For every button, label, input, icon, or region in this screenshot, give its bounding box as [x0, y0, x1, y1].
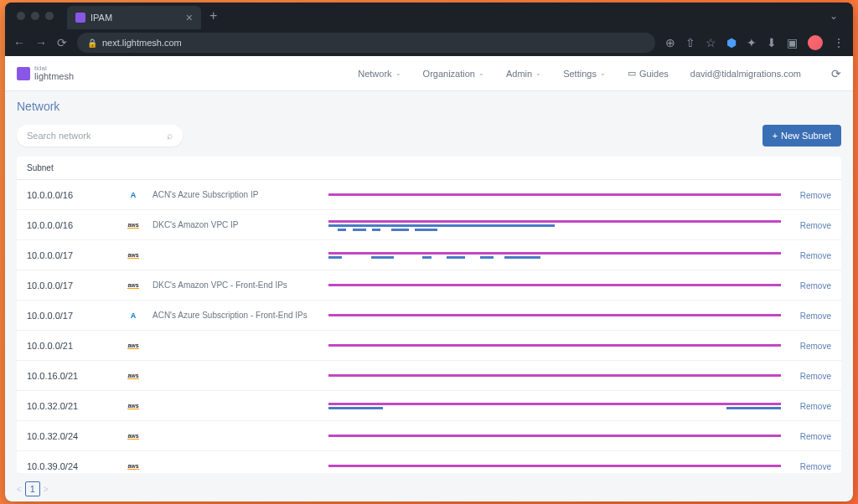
logo-icon	[17, 67, 30, 80]
browser-address-bar: ← → ⟳ 🔒 next.lightmesh.com ⊕ ⇧ ☆ ⬢ ✦ ⬇ ▣…	[5, 29, 853, 56]
subnet-cidr: 10.0.16.0/21	[27, 371, 127, 381]
remove-link[interactable]: Remove	[800, 372, 831, 381]
subnet-utilization-viz	[328, 280, 781, 290]
panel-icon[interactable]: ▣	[787, 36, 798, 49]
nav-network[interactable]: Network⌄	[358, 69, 401, 79]
reload-button[interactable]: ⟳	[57, 36, 67, 49]
new-tab-button[interactable]: +	[209, 8, 217, 23]
zoom-icon[interactable]: ⊕	[665, 36, 675, 49]
provider-cell: aws	[127, 460, 152, 472]
aws-icon: aws	[127, 400, 139, 412]
tab-close-icon[interactable]: ×	[186, 11, 193, 24]
share-icon[interactable]: ⇧	[685, 36, 695, 49]
app-logo[interactable]: tidal lightmesh	[17, 65, 74, 81]
table-row[interactable]: 10.0.0.0/16AACN's Azure Subscription IPR…	[17, 180, 841, 210]
remove-link[interactable]: Remove	[800, 402, 831, 411]
table-row[interactable]: 10.0.0.0/16awsDKC's Amazon VPC IPRemove	[17, 210, 841, 240]
mac-close-icon[interactable]	[17, 12, 25, 20]
page-next-button[interactable]: >	[44, 485, 49, 494]
table-row[interactable]: 10.0.0.0/21awsRemove	[17, 331, 841, 361]
browser-extension-icons: ⊕ ⇧ ☆ ⬢ ✦ ⬇ ▣ ⋮	[665, 35, 845, 50]
page-number-button[interactable]: 1	[25, 481, 40, 496]
aws-icon: aws	[127, 430, 139, 442]
nav-guides[interactable]: ▭Guides	[628, 68, 669, 79]
subnet-utilization-viz	[328, 190, 781, 199]
azure-icon: A	[127, 310, 139, 321]
remove-link[interactable]: Remove	[800, 191, 831, 200]
search-box[interactable]: ⌕	[17, 125, 183, 147]
remove-link[interactable]: Remove	[800, 251, 831, 260]
bookmark-icon[interactable]: ☆	[706, 36, 716, 49]
remove-link[interactable]: Remove	[800, 311, 831, 321]
subnet-utilization-viz	[328, 461, 781, 471]
nav-organization[interactable]: Organization⌄	[423, 69, 484, 79]
table-header-row: Subnet	[17, 157, 841, 180]
table-row[interactable]: 10.0.0.0/17AACN's Azure Subscription - F…	[17, 301, 841, 331]
subnet-utilization-viz	[328, 249, 781, 261]
mac-maximize-icon[interactable]	[45, 12, 54, 20]
subnet-cidr: 10.0.32.0/21	[27, 401, 127, 411]
url-input[interactable]: 🔒 next.lightmesh.com	[77, 33, 655, 53]
table-row[interactable]: 10.0.32.0/24awsRemove	[17, 421, 841, 451]
chevron-down-icon: ⌄	[395, 69, 401, 77]
app-header: tidal lightmesh Network⌄ Organization⌄ A…	[5, 56, 853, 91]
provider-cell: aws	[127, 219, 152, 231]
aws-icon: aws	[127, 370, 139, 382]
subnet-description: ACN's Azure Subscription IP	[152, 190, 328, 199]
menu-icon[interactable]: ⋮	[833, 36, 845, 49]
subnet-description: ACN's Azure Subscription - Front-End IPs	[152, 311, 328, 320]
new-subnet-button[interactable]: + New Subnet	[762, 125, 841, 147]
subnet-utilization-viz	[328, 311, 781, 320]
logo-text: tidal lightmesh	[34, 65, 74, 81]
page-prev-button[interactable]: <	[17, 485, 22, 494]
col-header-subnet: Subnet	[27, 163, 127, 172]
table-row[interactable]: 10.0.32.0/21awsRemove	[17, 391, 841, 421]
subnet-description: DKC's Amazon VPC IP	[152, 220, 328, 229]
table-row[interactable]: 10.0.39.0/24awsRemove	[17, 451, 841, 473]
subnet-utilization-viz	[328, 217, 781, 234]
remove-link[interactable]: Remove	[800, 281, 831, 291]
page-title: Network	[5, 91, 853, 116]
app-content: tidal lightmesh Network⌄ Organization⌄ A…	[5, 56, 853, 501]
download-icon[interactable]: ⬇	[767, 36, 777, 49]
profile-avatar-icon[interactable]	[808, 35, 823, 50]
aws-icon: aws	[127, 340, 139, 352]
nav-settings[interactable]: Settings⌄	[563, 69, 606, 79]
aws-icon: aws	[127, 219, 139, 231]
azure-icon: A	[127, 189, 139, 201]
subnet-cidr: 10.0.0.0/17	[27, 280, 127, 291]
window-controls[interactable]	[17, 12, 54, 20]
browser-tab[interactable]: IPAM ×	[67, 6, 201, 29]
aws-icon: aws	[127, 280, 139, 291]
provider-cell: aws	[127, 280, 152, 291]
mac-minimize-icon[interactable]	[31, 12, 39, 20]
table-row[interactable]: 10.0.0.0/17awsDKC's Amazon VPC - Front-E…	[17, 270, 841, 301]
subnet-cidr: 10.0.0.0/17	[27, 311, 127, 321]
nav-user-email[interactable]: david@tidalmigrations.com	[690, 69, 801, 79]
url-text: next.lightmesh.com	[102, 38, 182, 48]
remove-link[interactable]: Remove	[800, 432, 831, 441]
tab-title: IPAM	[90, 13, 112, 23]
nav-admin[interactable]: Admin⌄	[506, 69, 541, 79]
search-icon: ⌕	[167, 130, 173, 141]
subnet-cidr: 10.0.0.0/16	[27, 220, 127, 230]
remove-link[interactable]: Remove	[800, 342, 831, 351]
table-row[interactable]: 10.0.16.0/21awsRemove	[17, 361, 841, 391]
remove-link[interactable]: Remove	[800, 462, 831, 471]
back-button[interactable]: ←	[13, 36, 25, 49]
plus-icon: +	[773, 131, 778, 141]
search-input[interactable]	[27, 131, 167, 141]
pagination: < 1 >	[5, 476, 853, 501]
provider-cell: aws	[127, 430, 152, 442]
tab-overflow-icon[interactable]: ⌄	[830, 10, 846, 22]
refresh-icon[interactable]: ⟳	[831, 67, 841, 80]
table-row[interactable]: 10.0.0.0/17awsRemove	[17, 240, 841, 270]
subnet-cidr: 10.0.0.0/17	[27, 250, 127, 260]
extension-icon[interactable]: ⬢	[726, 36, 737, 49]
tab-favicon-icon	[75, 13, 85, 23]
remove-link[interactable]: Remove	[800, 221, 831, 230]
forward-button[interactable]: →	[35, 36, 47, 49]
subnet-utilization-viz	[328, 341, 781, 350]
puzzle-icon[interactable]: ✦	[747, 36, 757, 49]
subnet-cidr: 10.0.39.0/24	[27, 461, 127, 471]
